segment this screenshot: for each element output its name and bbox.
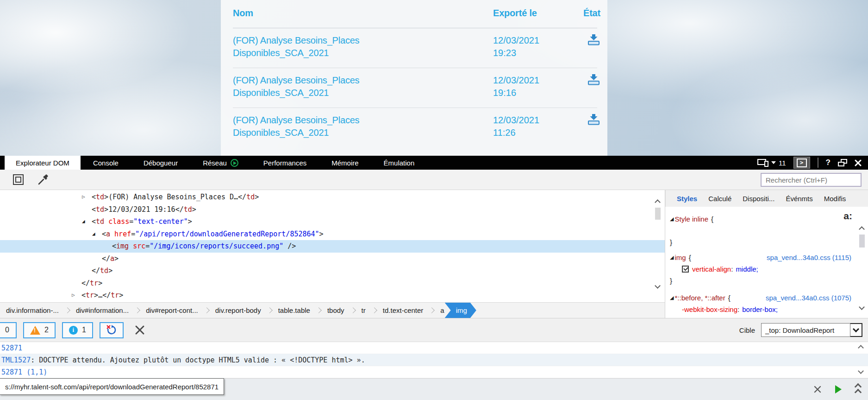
scroll-down-icon[interactable] (655, 283, 661, 289)
css-file-link[interactable]: spa_vend...34a0.css (1115) (767, 252, 853, 263)
run-script-icon[interactable] (835, 385, 842, 394)
css-property[interactable]: -webkit-box-sizing:border-box; (670, 304, 853, 315)
dom-tree-scrollbar[interactable] (651, 190, 665, 302)
expand-input-icon[interactable] (856, 384, 861, 395)
breadcrumb-item[interactable]: table.table (272, 303, 316, 318)
chevron-down-icon[interactable] (850, 323, 862, 337)
scroll-up-icon[interactable] (859, 226, 865, 232)
css-rule-selector[interactable]: ◢*::before, *::after{spa_vend...34a0.css… (670, 292, 853, 304)
dom-tree-line[interactable]: <td>12/03/2021 19:16</td> (0, 203, 665, 216)
breadcrumb-item[interactable]: div#report-cont... (140, 303, 204, 318)
collapse-arrow-icon[interactable]: ◢ (82, 216, 85, 228)
scrollbar-thumb[interactable] (859, 235, 865, 248)
dom-tree: ▷<td>(FOR) Analyse Besoins_Places D…</td… (0, 190, 665, 302)
tab-styles[interactable]: Styles (671, 195, 703, 203)
tab-console[interactable]: Console (81, 156, 131, 170)
target-select[interactable]: _top: DownloadReport (761, 323, 862, 337)
tab-memoire[interactable]: Mémoire (319, 156, 371, 170)
download-icon[interactable] (587, 34, 600, 45)
dom-tree-line[interactable]: </a> (0, 253, 665, 265)
expand-arrow-icon[interactable]: ▷ (82, 191, 85, 203)
dom-tree-line[interactable]: ◢<a href="/api/report/downloadGeneratedR… (0, 228, 665, 241)
console-message: 52871 (0, 342, 868, 354)
warning-icon (30, 326, 40, 335)
breadcrumb-item[interactable]: tbody (321, 303, 350, 318)
expand-arrow-icon[interactable]: ▷ (72, 289, 75, 302)
scrollbar-thumb[interactable] (655, 208, 661, 220)
tab-calcule[interactable]: Calculé (703, 195, 737, 203)
report-name: (FOR) Analyse Besoins_Places Disponibles… (233, 34, 359, 59)
search-input[interactable] (761, 173, 862, 187)
device-emulation-button[interactable]: 11 (757, 159, 786, 167)
dom-tree-line[interactable]: </tr> (0, 277, 665, 290)
browser-viewport: Nom Exporté le État (FOR) Analyse Besoin… (0, 0, 868, 156)
css-rule-selector[interactable]: ◢img{spa_vend...34a0.css (1115) (670, 252, 853, 263)
styles-scrollbar[interactable] (856, 207, 868, 318)
tab-modifications[interactable]: Modifis (818, 195, 852, 203)
collapse-arrow-icon[interactable]: ◢ (92, 228, 95, 241)
ie-version: 11 (779, 159, 786, 167)
dom-tree-line[interactable]: <img src="/img/icons/reports/succeed.png… (0, 240, 665, 253)
download-icon[interactable] (587, 74, 600, 85)
console-warnings-button[interactable]: 2 (23, 322, 56, 338)
tab-evenements[interactable]: Événmts (780, 195, 818, 203)
collapse-arrow-icon[interactable]: ◢ (670, 252, 674, 263)
scroll-up-icon[interactable] (655, 199, 661, 205)
download-report-link[interactable] (587, 74, 600, 87)
close-icon[interactable] (814, 386, 821, 393)
status-url-tooltip: s://myhr.talent-soft.com/api/report/down… (0, 378, 224, 395)
tab-explorateur-dom[interactable]: Explorateur DOM (5, 156, 81, 170)
column-header-nom: Nom (233, 8, 253, 19)
report-date: 12/03/2021 11:26 (493, 114, 539, 139)
download-report-link[interactable] (587, 114, 600, 127)
breadcrumb-item[interactable]: div.report-body (209, 303, 267, 318)
download-report-link[interactable] (587, 34, 600, 47)
console-info-button[interactable]: i 1 (62, 322, 93, 338)
breadcrumb-separator-icon (371, 307, 377, 313)
css-property[interactable]: vertical-align:middle; (670, 263, 853, 275)
color-picker-icon[interactable] (37, 174, 49, 186)
breadcrumb-item[interactable]: tr (356, 303, 372, 318)
property-checkbox[interactable] (682, 266, 689, 273)
breadcrumb-item[interactable]: div.information-... (0, 303, 65, 318)
tab-reseau[interactable]: Réseau (190, 156, 251, 170)
clear-on-navigate-button[interactable] (100, 322, 124, 338)
css-file-link[interactable]: spa_vend...34a0.css (1075) (766, 292, 853, 304)
dom-explorer-main: ▷<td>(FOR) Analyse Besoins_Places D…</td… (0, 190, 868, 318)
target-label: Cible (739, 326, 755, 334)
breadcrumb-item[interactable]: div#information... (70, 303, 135, 318)
open-console-button[interactable]: > (793, 157, 810, 169)
dom-tree-line[interactable]: ▷<td>(FOR) Analyse Besoins_Places D…</td… (0, 191, 665, 203)
undock-button[interactable] (838, 159, 847, 166)
dom-tree-line[interactable]: </td> (0, 265, 665, 277)
breadcrumb: div.information-...div#information...div… (0, 302, 665, 318)
breadcrumb-item[interactable]: td.text-center (377, 303, 430, 318)
dom-tree-panel: ▷<td>(FOR) Analyse Besoins_Places D…</td… (0, 190, 665, 318)
breadcrumb-separator-icon (267, 307, 273, 313)
report-name: (FOR) Analyse Besoins_Places Disponibles… (233, 74, 359, 99)
target-select-value[interactable]: _top: DownloadReport (761, 323, 850, 337)
collapse-arrow-icon[interactable]: ◢ (670, 292, 674, 304)
tab-debogueur[interactable]: Débogueur (131, 156, 190, 170)
scroll-down-icon[interactable] (859, 304, 865, 310)
tab-emulation[interactable]: Émulation (371, 156, 427, 170)
help-button[interactable]: ? (826, 158, 831, 167)
css-rule-selector[interactable]: ◢Style inline{ (670, 213, 853, 225)
table-row: (FOR) Analyse Besoins_Places Disponibles… (221, 28, 607, 68)
clear-console-button[interactable] (135, 325, 145, 335)
console-message: 52871 (1,1) (0, 366, 868, 378)
console-errors-button[interactable]: 0 (0, 322, 17, 338)
console-input-controls (814, 379, 861, 400)
tab-disposition[interactable]: Dispositi... (737, 195, 780, 203)
console-toolbar: 0 2 i 1 Cible (0, 318, 868, 342)
close-devtools-button[interactable] (855, 159, 862, 166)
dom-tree-line[interactable]: ▷<tr>…</tr> (0, 289, 665, 302)
table-row: (FOR) Analyse Besoins_Places Disponibles… (221, 108, 607, 156)
collapse-arrow-icon[interactable]: ◢ (670, 213, 674, 225)
dom-tree-line[interactable]: ◢<td class="text-center"> (0, 216, 665, 228)
column-header-exporte-le: Exporté le (493, 8, 537, 19)
download-icon[interactable] (587, 114, 600, 125)
tab-performances[interactable]: Performances (251, 156, 319, 170)
select-element-button[interactable] (13, 174, 24, 185)
console-target: Cible _top: DownloadReport (739, 323, 868, 337)
